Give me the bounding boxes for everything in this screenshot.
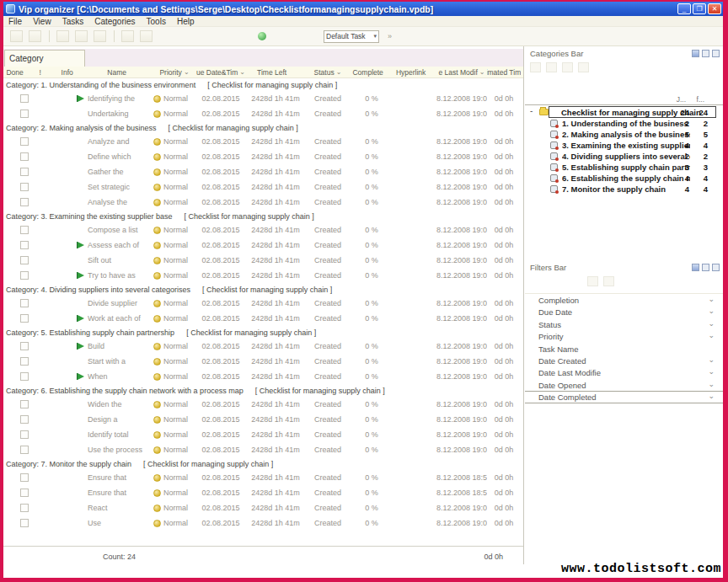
done-checkbox[interactable] bbox=[20, 400, 29, 408]
panel-close-icon[interactable] bbox=[712, 50, 720, 57]
chevron-down-icon[interactable]: ⌄ bbox=[708, 320, 715, 327]
close-button[interactable]: ✕ bbox=[708, 3, 721, 14]
sort-chevron-icon[interactable]: ⌄ bbox=[239, 70, 245, 75]
filter-item[interactable]: Completion ⌄ bbox=[525, 294, 723, 306]
sort-chevron-icon[interactable]: ⌄ bbox=[479, 70, 485, 75]
menu-item[interactable]: Tools bbox=[147, 17, 166, 26]
table-row[interactable]: Identify total Normal 02.08.2015 2428d 1… bbox=[3, 427, 523, 442]
table-row[interactable]: Build Normal 02.08.2015 2428d 1h 41m Cre… bbox=[3, 339, 523, 354]
table-row[interactable]: Ensure that Normal 02.08.2015 2428d 1h 4… bbox=[3, 470, 523, 485]
done-checkbox[interactable] bbox=[20, 109, 29, 118]
category-tree-item[interactable]: 4. Dividing suppliers into several categ… bbox=[525, 151, 723, 162]
category-group-row[interactable]: Category: 3. Examining the existing supp… bbox=[3, 210, 523, 222]
column-header[interactable]: Status ⌄ bbox=[305, 67, 351, 77]
menu-item[interactable]: Categories bbox=[94, 17, 135, 26]
chevron-down-icon[interactable]: ⌄ bbox=[708, 381, 715, 387]
category-options-icon[interactable] bbox=[578, 62, 589, 72]
table-row[interactable]: Divide supplier Normal 02.08.2015 2428d … bbox=[3, 296, 523, 311]
done-checkbox[interactable] bbox=[20, 183, 29, 191]
column-header[interactable]: Estimated Time ⌄ bbox=[487, 67, 521, 77]
minimize-button[interactable]: _ bbox=[677, 3, 691, 14]
table-row[interactable]: When Normal 02.08.2015 2428d 1h 41m Crea… bbox=[3, 369, 523, 384]
table-row[interactable]: React Normal 02.08.2015 2428d 1h 41m Cre… bbox=[3, 500, 523, 515]
column-header[interactable]: ! ⌄ bbox=[34, 67, 54, 77]
category-tree-item[interactable]: 5. Establishing supply chain partnership… bbox=[525, 162, 723, 173]
done-checkbox[interactable] bbox=[20, 372, 29, 381]
done-checkbox[interactable] bbox=[20, 430, 29, 439]
filter-item[interactable]: Task Name ⌄ bbox=[525, 343, 723, 355]
category-tree-item[interactable]: 6. Establishing the supply chain network… bbox=[525, 173, 723, 184]
panel-menu-icon[interactable] bbox=[692, 264, 699, 271]
table-row[interactable]: Analyse the Normal 02.08.2015 2428d 1h 4… bbox=[3, 195, 523, 210]
copy-icon[interactable] bbox=[140, 30, 153, 42]
panel-pin-icon[interactable] bbox=[702, 264, 709, 271]
category-tree-root[interactable]: - Checklist for managing supply chain 24… bbox=[525, 106, 723, 118]
column-header[interactable]: Hyperlink ⌄ bbox=[393, 67, 436, 77]
add-category-icon[interactable] bbox=[530, 62, 541, 72]
category-tree-item[interactable]: 3. Examining the existing supplier base … bbox=[525, 140, 723, 151]
edit-task-icon[interactable] bbox=[29, 30, 41, 42]
new-task-icon[interactable] bbox=[10, 30, 23, 42]
cut-icon[interactable] bbox=[121, 30, 134, 42]
column-header[interactable]: Name ⌄ bbox=[88, 67, 153, 77]
done-checkbox[interactable] bbox=[20, 473, 29, 482]
done-checkbox[interactable] bbox=[20, 241, 29, 249]
done-checkbox[interactable] bbox=[20, 415, 29, 424]
column-header[interactable]: Info ⌄ bbox=[54, 67, 88, 77]
done-checkbox[interactable] bbox=[20, 446, 29, 454]
column-header[interactable]: ue Date&Tim ⌄ bbox=[195, 67, 246, 77]
table-row[interactable]: Use the process Normal 02.08.2015 2428d … bbox=[3, 442, 523, 457]
category-group-row[interactable]: Category: 7. Monitor the supply chain [ … bbox=[3, 457, 523, 470]
category-group-row[interactable]: Category: 6. Establishing the supply cha… bbox=[3, 384, 523, 397]
expand-toolbar-icon[interactable]: » bbox=[388, 32, 392, 40]
menu-item[interactable]: Tasks bbox=[62, 17, 84, 26]
delete-category-icon[interactable] bbox=[562, 62, 573, 72]
done-checkbox[interactable] bbox=[20, 271, 29, 280]
done-checkbox[interactable] bbox=[20, 94, 29, 103]
table-row[interactable]: Sift out Normal 02.08.2015 2428d 1h 41m … bbox=[3, 253, 523, 268]
done-checkbox[interactable] bbox=[20, 357, 29, 366]
filter-item[interactable]: Due Date ⌄ bbox=[525, 306, 723, 318]
column-header[interactable]: Done ⌄ bbox=[3, 67, 34, 77]
print-icon[interactable] bbox=[94, 30, 106, 42]
table-row[interactable]: Define which Normal 02.08.2015 2428d 1h … bbox=[3, 149, 523, 164]
filter-item[interactable]: Status ⌄ bbox=[525, 318, 723, 330]
complete-task-icon[interactable] bbox=[75, 30, 88, 42]
table-row[interactable]: Assess each of Normal 02.08.2015 2428d 1… bbox=[3, 238, 523, 253]
table-row[interactable]: Compose a list Normal 02.08.2015 2428d 1… bbox=[3, 222, 523, 238]
filter-item[interactable]: Date Last Modifie ⌄ bbox=[525, 366, 723, 378]
table-row[interactable]: Undertaking Normal 02.08.2015 2428d 1h 4… bbox=[3, 106, 523, 121]
done-checkbox[interactable] bbox=[20, 342, 29, 350]
category-group-row[interactable]: Category: 1. Understanding of the busine… bbox=[3, 78, 523, 91]
chevron-down-icon[interactable]: ⌄ bbox=[708, 332, 715, 339]
tree-col2-header[interactable]: f... bbox=[697, 95, 704, 104]
title-bar[interactable]: Vip organizer [C:\Documents and Settings… bbox=[3, 2, 723, 16]
category-tree-item[interactable]: 2. Making analysis of the business 5 5 bbox=[525, 129, 723, 140]
done-checkbox[interactable] bbox=[20, 226, 29, 234]
sort-chevron-icon[interactable]: ⌄ bbox=[336, 70, 342, 75]
done-checkbox[interactable] bbox=[20, 504, 29, 512]
category-group-row[interactable]: Category: 2. Making analysis of the busi… bbox=[3, 121, 523, 134]
table-row[interactable]: Start with a Normal 02.08.2015 2428d 1h … bbox=[3, 354, 523, 369]
collapse-icon[interactable]: - bbox=[530, 106, 533, 115]
chevron-down-icon[interactable]: ⌄ bbox=[708, 368, 715, 375]
chevron-down-icon[interactable]: ⌄ bbox=[708, 307, 715, 314]
category-group-row[interactable]: Category: 5. Establishing supply chain p… bbox=[3, 326, 523, 339]
category-group-row[interactable]: Category: 4. Dividing suppliers into sev… bbox=[3, 283, 523, 296]
menu-item[interactable]: File bbox=[8, 17, 22, 26]
table-row[interactable]: Analyze and Normal 02.08.2015 2428d 1h 4… bbox=[3, 134, 523, 149]
tree-col1-header[interactable]: J... bbox=[677, 95, 686, 104]
table-row[interactable]: Widen the Normal 02.08.2015 2428d 1h 41m… bbox=[3, 397, 523, 412]
chevron-down-icon[interactable]: ⌄ bbox=[708, 392, 715, 399]
done-checkbox[interactable] bbox=[20, 168, 29, 176]
done-checkbox[interactable] bbox=[20, 256, 29, 264]
table-row[interactable]: Identifying the Normal 02.08.2015 2428d … bbox=[3, 91, 523, 106]
panel-menu-icon[interactable] bbox=[692, 50, 699, 57]
menu-item[interactable]: View bbox=[33, 17, 51, 26]
column-header[interactable]: Complete ⌄ bbox=[351, 67, 393, 77]
maximize-button[interactable]: ❐ bbox=[693, 3, 706, 14]
group-by-chip[interactable]: Category bbox=[4, 50, 85, 67]
menu-item[interactable]: Help bbox=[177, 17, 195, 26]
filter-item[interactable]: Date Completed ⌄ bbox=[525, 391, 723, 403]
column-header[interactable]: Priority ⌄ bbox=[153, 67, 195, 77]
